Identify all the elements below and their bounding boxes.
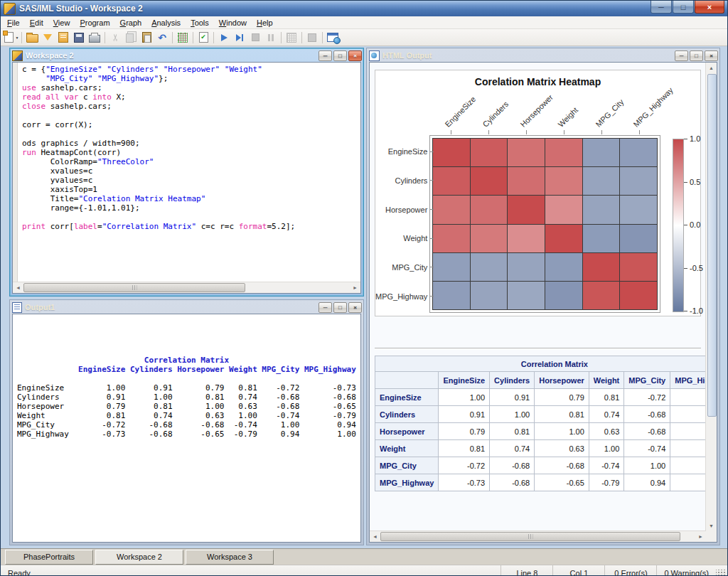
scroll-thumb[interactable] <box>23 283 245 292</box>
hscroll-thumb[interactable] <box>380 532 680 541</box>
save-button[interactable] <box>71 31 87 45</box>
menu-item-help[interactable]: Help <box>252 18 278 28</box>
print-button[interactable] <box>87 31 102 45</box>
code-token: range={-1.01,1.01}; <box>22 203 140 213</box>
code-token: c <box>78 92 92 102</box>
horizontal-rule <box>375 348 701 349</box>
x-axis-label-text: MPG_Highway <box>631 86 674 129</box>
breakpoints-button[interactable] <box>175 31 191 45</box>
tab-workspace-2[interactable]: Workspace 2 <box>95 550 183 565</box>
scroll-down-arrow-icon[interactable]: ▼ <box>706 521 717 531</box>
matrix-cell: 0.94 <box>670 457 706 474</box>
code-line: run HeatmapCont(corr) <box>22 148 359 157</box>
check-syntax-button[interactable]: ✔ <box>196 31 211 45</box>
output-minimize-button[interactable]: ─ <box>318 302 332 313</box>
open-icon <box>26 34 38 43</box>
html-vscrollbar[interactable]: ▲ ▼ <box>705 63 717 531</box>
html-close-button[interactable]: × <box>705 50 718 61</box>
html-output-button[interactable] <box>325 31 341 45</box>
frame-button[interactable] <box>304 31 320 45</box>
code-text[interactable]: c = {"EngineSize" "Cylinders" "Horsepowe… <box>22 65 359 281</box>
workspace-title-bar[interactable]: Workspace 2 ─ □ × <box>10 48 363 62</box>
stop-button[interactable] <box>247 31 263 45</box>
workspace-minimize-button[interactable]: ─ <box>318 50 332 61</box>
heatmap-cell <box>433 282 470 309</box>
menu-item-file[interactable]: File <box>2 18 25 28</box>
heatmap-cell <box>583 139 620 166</box>
run-button[interactable] <box>216 31 232 45</box>
filter-button[interactable] <box>40 31 55 45</box>
matrix-cell: 0.81 <box>490 423 535 440</box>
output-line: EngineSize 1.00 0.91 0.79 0.81 -0.72 -0.… <box>17 383 359 393</box>
matrix-cell: 1.00 <box>624 457 670 474</box>
menu-item-graph[interactable]: Graph <box>115 18 147 28</box>
cut-button[interactable]: ✂ <box>107 31 123 45</box>
step-button[interactable] <box>232 31 247 45</box>
undo-button[interactable]: ↶ <box>154 31 170 45</box>
code-line: close sashelp.cars; <box>22 102 359 111</box>
legend-tick-label: 0.0 <box>690 220 700 229</box>
dropdown-arrow-icon[interactable]: ▼ <box>16 36 19 40</box>
heatmap-cell <box>583 167 620 195</box>
editor-hscrollbar[interactable]: ◄ ► <box>13 282 360 293</box>
row-header: MPG_Highway <box>375 474 439 491</box>
vscroll-thumb[interactable] <box>707 74 717 417</box>
paste-button[interactable] <box>139 31 154 45</box>
save-icon <box>74 33 84 43</box>
copy-button[interactable] <box>123 31 139 45</box>
resize-grip[interactable] <box>716 570 726 576</box>
menu-item-window[interactable]: Window <box>214 18 252 28</box>
html-restore-button[interactable]: □ <box>690 50 703 61</box>
menu-item-tools[interactable]: Tools <box>186 18 214 28</box>
toolbar-separator <box>105 32 105 43</box>
maximize-button[interactable]: □ <box>673 1 694 14</box>
column-header: MPG_City <box>624 372 670 389</box>
menu-item-program[interactable]: Program <box>75 18 114 28</box>
matrix-cell: -0.68 <box>535 457 589 474</box>
scroll-left-arrow-icon[interactable]: ◄ <box>13 282 23 293</box>
html-hscrollbar[interactable]: ◄ ► <box>370 530 706 542</box>
table-title-row: Correlation Matrix <box>375 356 707 372</box>
catalog-button[interactable] <box>55 31 71 45</box>
new-program-button[interactable]: ▼ <box>4 31 19 45</box>
workspace-grid-button[interactable] <box>284 31 299 45</box>
heatmap-cell <box>471 282 508 309</box>
workspace-close-button[interactable]: × <box>348 50 362 61</box>
scroll-left-arrow-icon[interactable]: ◄ <box>370 531 380 542</box>
output-title-bar[interactable]: Output1 ─ □ × <box>10 300 363 314</box>
output-title: Output1 <box>25 303 55 311</box>
tab-workspace-3[interactable]: Workspace 3 <box>186 550 274 565</box>
row-header: Weight <box>375 440 439 457</box>
html-minimize-button[interactable]: ─ <box>675 50 688 61</box>
menu-item-view[interactable]: View <box>48 18 75 28</box>
output-line: Weight 0.81 0.74 0.63 1.00 -0.74 -0.79 <box>17 411 359 420</box>
matrix-cell: 0.91 <box>490 389 535 406</box>
tab-phaseportraits[interactable]: PhasePortraits <box>5 550 93 565</box>
legend-tick-label: -1.0 <box>690 306 703 315</box>
x-axis-label-text: EngineSize <box>444 95 478 129</box>
close-button[interactable]: × <box>695 1 724 14</box>
corner-header-cell <box>375 372 439 389</box>
open-button[interactable] <box>24 31 40 45</box>
code-token: yvalues=c <box>22 176 92 185</box>
matrix-cell: 1.00 <box>535 423 589 440</box>
frame-icon <box>308 33 316 42</box>
pause-button[interactable] <box>263 31 279 45</box>
menu-item-edit[interactable]: Edit <box>25 18 48 28</box>
output-restore-button[interactable]: □ <box>333 302 347 313</box>
heatmap-cell <box>508 253 545 281</box>
filter-icon <box>43 34 52 41</box>
output-close-button[interactable]: × <box>348 302 362 313</box>
code-token: run <box>22 148 36 157</box>
heatmap-cell <box>583 282 620 309</box>
workspace-restore-button[interactable]: □ <box>333 50 347 61</box>
new-program-icon <box>4 32 14 43</box>
code-editor[interactable]: c = {"EngineSize" "Cylinders" "Horsepowe… <box>12 62 361 294</box>
heatmap-cell <box>433 139 470 166</box>
scroll-right-arrow-icon[interactable]: ► <box>695 531 706 542</box>
html-output-title-bar[interactable]: HTML Output ─ □ × <box>367 48 719 62</box>
scroll-right-arrow-icon[interactable]: ► <box>350 282 360 293</box>
scroll-up-arrow-icon[interactable]: ▲ <box>706 63 717 73</box>
minimize-button[interactable]: ─ <box>651 1 672 14</box>
menu-item-analysis[interactable]: Analysis <box>146 18 186 28</box>
